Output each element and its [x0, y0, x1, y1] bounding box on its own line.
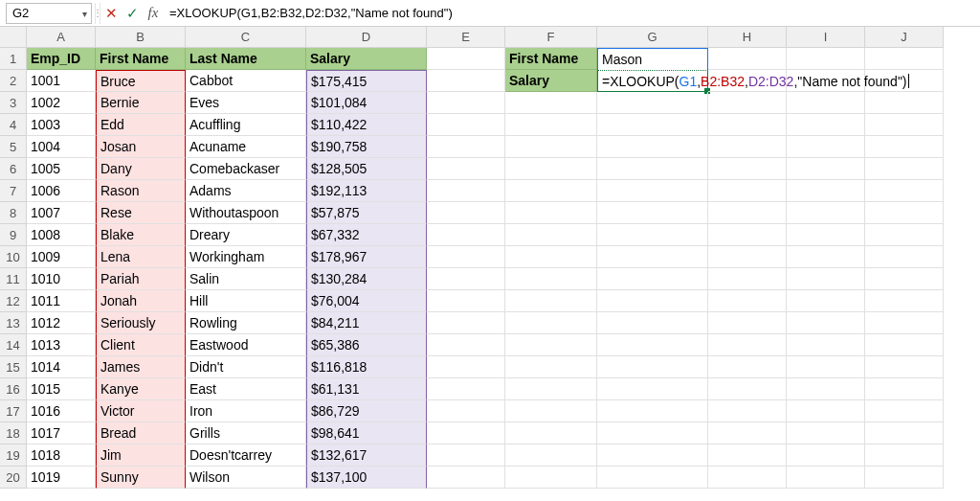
cell[interactable]: [865, 378, 944, 400]
cell[interactable]: Hill: [186, 290, 306, 312]
cell[interactable]: Wilson: [186, 467, 306, 489]
confirm-icon[interactable]: ✓: [122, 3, 143, 24]
cell[interactable]: [597, 92, 708, 114]
cell[interactable]: [597, 158, 708, 180]
cell[interactable]: [597, 312, 708, 334]
cell[interactable]: 1017: [27, 422, 96, 444]
cell[interactable]: $101,084: [306, 92, 427, 114]
cell[interactable]: [787, 92, 865, 114]
cell[interactable]: 1004: [27, 136, 96, 158]
cell[interactable]: [597, 467, 708, 489]
cell[interactable]: [787, 467, 865, 489]
formula-input[interactable]: =XLOOKUP(G1,B2:B32,D2:D32,"Name not foun…: [164, 3, 974, 24]
cell[interactable]: $130,284: [306, 268, 427, 290]
cell[interactable]: Jim: [96, 444, 186, 467]
cell[interactable]: Last Name: [186, 48, 306, 70]
cell[interactable]: [865, 246, 944, 268]
cell[interactable]: [427, 136, 505, 158]
row-header[interactable]: 12: [0, 290, 27, 312]
cell[interactable]: [865, 422, 944, 444]
cell[interactable]: [865, 180, 944, 202]
cell[interactable]: [505, 334, 597, 356]
row-header[interactable]: 6: [0, 158, 27, 180]
cell[interactable]: [865, 312, 944, 334]
row-header[interactable]: 19: [0, 444, 27, 467]
cell[interactable]: [427, 158, 505, 180]
cell[interactable]: Comebackaser: [186, 158, 306, 180]
cell[interactable]: Dany: [96, 158, 186, 180]
cell[interactable]: [597, 114, 708, 136]
cell[interactable]: [427, 290, 505, 312]
cell[interactable]: 1013: [27, 334, 96, 356]
cell[interactable]: 1006: [27, 180, 96, 202]
cell[interactable]: $98,641: [306, 422, 427, 444]
cell[interactable]: 1012: [27, 312, 96, 334]
cell[interactable]: [427, 356, 505, 378]
cell[interactable]: Blake: [96, 224, 186, 246]
cell[interactable]: 1014: [27, 356, 96, 378]
cell[interactable]: [787, 136, 865, 158]
cell[interactable]: Acuffling: [186, 114, 306, 136]
cell[interactable]: Workingham: [186, 246, 306, 268]
cell[interactable]: [708, 444, 787, 467]
cell[interactable]: [865, 136, 944, 158]
cell[interactable]: [787, 312, 865, 334]
cell[interactable]: $132,617: [306, 444, 427, 467]
cell[interactable]: [505, 158, 597, 180]
cell[interactable]: Emp_ID: [27, 48, 96, 70]
cell[interactable]: [865, 334, 944, 356]
cell[interactable]: Withoutaspoon: [186, 202, 306, 224]
cell[interactable]: $110,422: [306, 114, 427, 136]
cell[interactable]: [865, 224, 944, 246]
column-header[interactable]: H: [708, 27, 787, 48]
row-header[interactable]: 8: [0, 202, 27, 224]
row-header[interactable]: 16: [0, 378, 27, 400]
cell[interactable]: [708, 268, 787, 290]
cell[interactable]: =XLOOKUP(G1,B2:B32,D2:D32,"Name not foun…: [597, 70, 708, 92]
cell[interactable]: $175,415: [306, 70, 427, 92]
cell[interactable]: Didn't: [186, 356, 306, 378]
row-header[interactable]: 15: [0, 356, 27, 378]
cell[interactable]: $67,332: [306, 224, 427, 246]
row-header[interactable]: 17: [0, 400, 27, 422]
cell[interactable]: [708, 114, 787, 136]
cell[interactable]: [708, 356, 787, 378]
cell[interactable]: [708, 180, 787, 202]
cell[interactable]: [787, 202, 865, 224]
cell[interactable]: 1016: [27, 400, 96, 422]
cell[interactable]: [427, 378, 505, 400]
cell[interactable]: [597, 334, 708, 356]
cell[interactable]: [505, 136, 597, 158]
cell[interactable]: 1018: [27, 444, 96, 467]
cell[interactable]: 1005: [27, 158, 96, 180]
cell[interactable]: [505, 444, 597, 467]
cell[interactable]: [505, 114, 597, 136]
cell[interactable]: Grills: [186, 422, 306, 444]
cell[interactable]: [597, 400, 708, 422]
cell[interactable]: Cabbot: [186, 70, 306, 92]
cell[interactable]: [505, 356, 597, 378]
cell[interactable]: [708, 378, 787, 400]
cell[interactable]: [597, 180, 708, 202]
cell[interactable]: [787, 246, 865, 268]
cell[interactable]: Iron: [186, 400, 306, 422]
cell[interactable]: [597, 422, 708, 444]
cell[interactable]: [505, 180, 597, 202]
cell[interactable]: [505, 400, 597, 422]
cell[interactable]: [865, 114, 944, 136]
name-box[interactable]: G2 ▾: [6, 3, 92, 24]
cell[interactable]: [597, 202, 708, 224]
cell[interactable]: [597, 290, 708, 312]
cell[interactable]: [427, 202, 505, 224]
cell[interactable]: [787, 356, 865, 378]
cell[interactable]: [708, 92, 787, 114]
cell[interactable]: [427, 70, 505, 92]
cell[interactable]: Salin: [186, 268, 306, 290]
row-header[interactable]: 4: [0, 114, 27, 136]
cell[interactable]: Rese: [96, 202, 186, 224]
cell[interactable]: [708, 467, 787, 489]
row-header[interactable]: 13: [0, 312, 27, 334]
cell[interactable]: Doesn'tcarrey: [186, 444, 306, 467]
cell[interactable]: [865, 356, 944, 378]
cell[interactable]: [505, 92, 597, 114]
